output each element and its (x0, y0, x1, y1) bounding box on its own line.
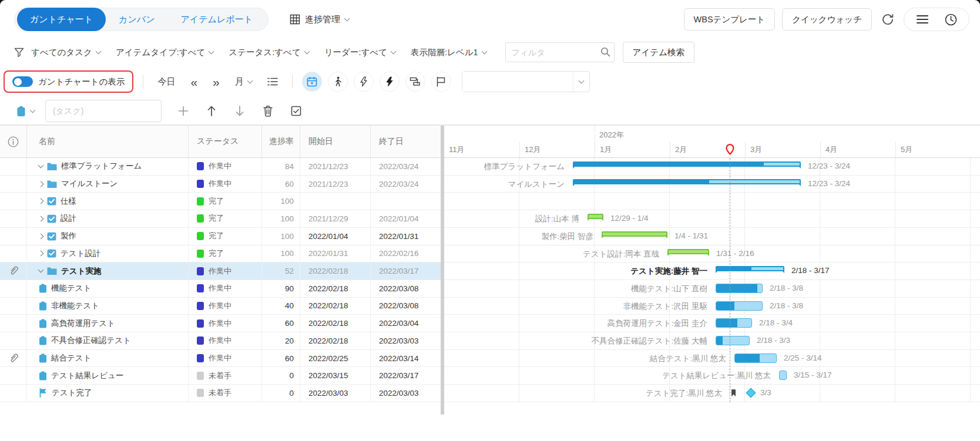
new-task-input[interactable] (45, 100, 162, 122)
gantt-row[interactable]: マイルストーン12/23 - 3/24 (444, 176, 980, 193)
gantt-row[interactable]: 設計:山本 博12/29 - 1/4 (444, 210, 980, 228)
attachment-paperclip-icon[interactable] (0, 350, 26, 367)
table-row[interactable]: 製作完了1002022/01/042022/01/31 (0, 228, 441, 245)
expand-arrow-icon[interactable] (38, 251, 44, 257)
filter-dropdown-0[interactable]: すべてのタスク (31, 47, 100, 58)
delete-button[interactable] (257, 100, 279, 122)
summary-bar[interactable] (716, 266, 784, 271)
milestone-diamond[interactable] (746, 388, 756, 398)
menu-icon[interactable] (914, 11, 931, 28)
outline-level-icon[interactable] (263, 72, 283, 92)
collapse-arrow-icon[interactable] (38, 162, 44, 168)
table-row[interactable]: テスト設計完了1002022/01/312022/02/16 (0, 245, 441, 263)
lightning-icon[interactable] (380, 72, 400, 92)
table-row[interactable]: 設計完了1002021/12/292022/01/04 (0, 210, 441, 228)
gantt-row[interactable]: 不具合修正確認テスト:佐藤 大輔2/18 - 3/3 (444, 332, 980, 350)
summary-bar[interactable] (573, 179, 801, 184)
tab-gantt[interactable]: ガントチャート (17, 8, 106, 31)
quick-watch-button[interactable]: クイックウォッチ (782, 8, 872, 31)
task-name[interactable]: 設計 (61, 213, 76, 224)
filter-dropdown-4[interactable]: 表示階層:レベル1 (411, 47, 486, 58)
quick-select-input[interactable] (462, 72, 573, 92)
info-icon[interactable] (0, 126, 26, 157)
filter-input[interactable] (505, 42, 615, 62)
lightning-outline-icon[interactable] (354, 72, 374, 92)
today-marker-pin[interactable] (726, 144, 734, 155)
table-row[interactable]: テスト完了未着手02022/03/032022/03/03 (0, 385, 441, 402)
table-row[interactable]: テスト結果レビュー未着手02022/03/152022/03/17 (0, 367, 441, 385)
gantt-row[interactable]: 標準プラットフォーム12/23 - 3/24 (444, 158, 980, 176)
add-task-button[interactable] (172, 100, 194, 122)
gantt-bars-icon[interactable] (405, 72, 425, 92)
gantt-row[interactable] (444, 193, 980, 210)
tab-kanban[interactable]: カンバン (106, 8, 167, 31)
gantt-visibility-toggle[interactable] (12, 76, 33, 87)
summary-bar[interactable] (573, 161, 801, 167)
table-row[interactable]: 機能テスト作業中902022/02/182022/03/08 (0, 280, 441, 298)
table-row[interactable]: 標準プラットフォーム作業中842021/12/232022/03/24 (0, 158, 441, 176)
task-name[interactable]: マイルストーン (61, 179, 118, 189)
task-name[interactable]: テスト完了 (52, 388, 92, 398)
task-name[interactable]: 高負荷運用テスト (51, 318, 115, 329)
task-bar[interactable] (716, 336, 750, 345)
gantt-row[interactable]: 結合テスト:黒川 悠太2/25 - 3/14 (444, 350, 980, 368)
today-button[interactable]: 今日 (153, 76, 180, 87)
gantt-row[interactable]: テスト設計:岡本 直哉1/31 - 2/16 (444, 245, 980, 263)
task-name[interactable]: テスト実施 (61, 266, 101, 277)
table-row[interactable]: 結合テスト作業中602022/02/252022/03/14 (0, 350, 441, 368)
task-name[interactable]: テスト結果レビュー (51, 371, 123, 381)
column-header-name[interactable]: 名前 (26, 126, 188, 157)
column-header-status[interactable]: ステータス (188, 126, 261, 157)
filter-dropdown-3[interactable]: リーダー:すべて (324, 47, 395, 58)
board-selector[interactable]: 進捗管理 (290, 14, 349, 25)
gantt-row[interactable]: 機能テスト:山下 直樹2/18 - 3/8 (444, 280, 980, 298)
expand-arrow-icon[interactable] (38, 181, 44, 187)
summary-bar[interactable] (588, 214, 603, 219)
calendar-icon[interactable] (302, 72, 322, 92)
summary-bar[interactable] (667, 249, 709, 254)
collapse-arrow-icon[interactable] (38, 267, 44, 273)
quick-select-dropdown[interactable] (573, 72, 589, 92)
table-row[interactable]: 不具合修正確認テスト作業中202022/02/182022/03/03 (0, 332, 441, 350)
task-name[interactable]: 製作 (61, 231, 76, 241)
expand-arrow-icon[interactable] (38, 216, 44, 222)
tab-item-report[interactable]: アイテムレポート (168, 8, 266, 31)
summary-bar[interactable] (602, 231, 667, 237)
scroll-left-button[interactable]: « (186, 76, 202, 88)
task-name[interactable]: 非機能テスト (51, 301, 99, 311)
column-header-start[interactable]: 開始日 (300, 126, 370, 157)
table-row[interactable]: 仕様完了100 (0, 193, 441, 210)
task-bar[interactable] (716, 318, 752, 328)
task-type-selector[interactable] (16, 106, 35, 117)
table-row[interactable]: 高負荷運用テスト作業中602022/02/182022/03/04 (0, 315, 441, 332)
column-header-progress[interactable]: 進捗率 (261, 126, 300, 157)
task-name[interactable]: 不具合修正確認テスト (51, 335, 131, 346)
gantt-row[interactable]: 高負荷運用テスト:金田 圭介2/18 - 3/4 (444, 315, 980, 332)
expand-arrow-icon[interactable] (38, 233, 44, 239)
task-bar[interactable] (779, 371, 787, 380)
column-header-end[interactable]: 終了日 (370, 126, 441, 157)
timescale-selector[interactable]: 月 (230, 76, 257, 87)
task-name[interactable]: テスト設計 (61, 248, 100, 259)
item-search-button[interactable]: アイテム検索 (623, 42, 694, 63)
gantt-row[interactable]: 製作:柴田 智彦1/4 - 1/31 (444, 228, 980, 245)
task-name[interactable]: 標準プラットフォーム (61, 161, 142, 171)
walking-person-icon[interactable] (328, 72, 348, 92)
table-row[interactable]: 非機能テスト作業中402022/02/182022/03/08 (0, 298, 441, 315)
attachment-paperclip-icon[interactable] (0, 262, 26, 280)
task-bar[interactable] (716, 301, 763, 311)
table-row[interactable]: テスト実施作業中522022/02/182022/03/17 (0, 262, 441, 280)
gantt-row[interactable]: テスト完了:黒川 悠太3/3 (444, 385, 980, 402)
task-bar[interactable] (716, 284, 763, 293)
task-name[interactable]: 機能テスト (51, 283, 91, 294)
gantt-row[interactable]: テスト結果レビュー:黒川 悠太3/15 - 3/17 (444, 367, 980, 385)
move-down-button[interactable] (229, 100, 251, 122)
table-row[interactable]: マイルストーン作業中602021/12/232022/03/24 (0, 176, 441, 193)
task-bar[interactable] (734, 354, 777, 363)
gantt-row[interactable]: 非機能テスト:沢田 里駆2/18 - 3/8 (444, 298, 980, 315)
scroll-right-button[interactable]: » (208, 76, 224, 88)
move-up-button[interactable] (200, 100, 223, 122)
filter-dropdown-1[interactable]: アイテムタイプ:すべて (116, 47, 213, 58)
select-tasks-checkbox[interactable] (285, 100, 307, 122)
search-icon[interactable] (600, 47, 610, 57)
